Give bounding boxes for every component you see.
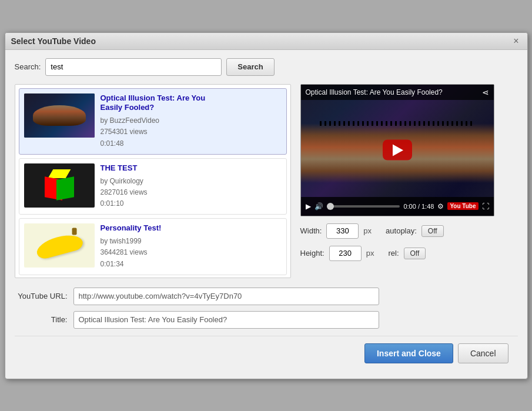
search-input[interactable] [45, 58, 222, 76]
result-views: 2754301 views [101, 126, 282, 138]
settings-row-1: Width: px autoplay: Off [300, 223, 518, 239]
width-input[interactable] [326, 223, 359, 239]
url-section: YouTube URL: Title: [15, 288, 518, 329]
rel-label: rel: [388, 249, 399, 258]
result-info: Personality Test! by twish1999 3644281 v… [101, 223, 282, 269]
settings-icon[interactable]: ⚙ [437, 202, 444, 210]
autoplay-toggle[interactable]: Off [421, 225, 444, 237]
video-controls: ▶ 🔊 0:00 / 1:48 ⚙ You Tube ⛶ [301, 197, 494, 216]
main-content: Optical Illusion Test: Are YouEasily Foo… [15, 84, 518, 278]
search-label: Search: [15, 62, 41, 71]
title-field-row: Title: [15, 311, 518, 329]
height-input[interactable] [329, 246, 362, 261]
result-author: by twish1999 [101, 236, 282, 247]
result-duration: 0:01:10 [101, 198, 282, 209]
time-display: 0:00 / 1:48 [403, 203, 434, 210]
play-triangle-icon [393, 144, 403, 156]
url-label: YouTube URL: [15, 292, 68, 300]
width-label: Width: [300, 226, 322, 235]
rel-setting: rel: Off [388, 248, 426, 259]
settings-row-2: Height: px rel: Off [300, 246, 518, 261]
dialog-footer: Insert and Close Cancel [15, 336, 518, 370]
autoplay-label: autoplay: [386, 226, 417, 235]
result-thumbnail [24, 223, 95, 268]
cancel-button[interactable]: Cancel [458, 343, 508, 363]
insert-and-close-button[interactable]: Insert and Close [364, 343, 453, 363]
results-panel: Optical Illusion Test: Are YouEasily Foo… [15, 84, 291, 278]
height-label: Height: [300, 249, 324, 258]
video-lashes-bg [320, 121, 474, 126]
search-button[interactable]: Search [226, 58, 274, 76]
result-info: Optical Illusion Test: Are YouEasily Foo… [101, 93, 282, 149]
result-author: by BuzzFeedVideo [101, 115, 282, 126]
result-title-link[interactable]: Optical Illusion Test: Are YouEasily Foo… [101, 93, 282, 113]
title-input[interactable] [73, 311, 379, 329]
result-duration: 0:01:34 [101, 259, 282, 270]
title-label: Title: [15, 315, 68, 324]
result-views: 2827016 views [101, 187, 282, 198]
video-title-text: Optical Illusion Test: Are You Easily Fo… [306, 88, 443, 96]
url-field-row: YouTube URL: [15, 288, 518, 305]
dialog-title: Select YouTube Video [11, 36, 96, 46]
thumb-eyes-image [24, 93, 95, 138]
thumb-banana-image [24, 223, 95, 268]
select-youtube-dialog: Select YouTube Video × Search: Search [5, 32, 528, 379]
search-row: Search: Search [15, 58, 518, 76]
progress-bar[interactable] [327, 205, 400, 208]
dialog-titlebar: Select YouTube Video × [5, 33, 527, 50]
result-title-link[interactable]: THE TEST [101, 163, 282, 173]
result-thumbnail [24, 93, 95, 138]
height-setting: Height: px [300, 246, 374, 261]
volume-button[interactable]: 🔊 [314, 202, 323, 210]
rel-toggle[interactable]: Off [404, 248, 426, 259]
cube-decoration [42, 169, 77, 202]
close-button[interactable]: × [511, 36, 521, 46]
thumb-cube-image [24, 163, 95, 208]
result-title-link[interactable]: Personality Test! [101, 223, 282, 233]
height-unit: px [366, 249, 374, 258]
autoplay-setting: autoplay: Off [386, 225, 444, 237]
url-input[interactable] [73, 288, 379, 305]
result-item[interactable]: Optical Illusion Test: Are YouEasily Foo… [19, 88, 287, 155]
video-play-button[interactable] [383, 140, 412, 161]
width-unit: px [363, 226, 372, 235]
preview-panel: Optical Illusion Test: Are You Easily Fo… [300, 84, 518, 278]
width-setting: Width: px [300, 223, 372, 239]
result-thumbnail [24, 163, 95, 208]
result-author: by Quirkology [101, 176, 282, 187]
results-list: Optical Illusion Test: Are YouEasily Foo… [15, 85, 290, 278]
fullscreen-button[interactable]: ⛶ [482, 202, 489, 210]
play-pause-button[interactable]: ▶ [306, 202, 311, 210]
video-preview: Optical Illusion Test: Are You Easily Fo… [300, 84, 494, 216]
result-item[interactable]: Personality Test! by twish1999 3644281 v… [19, 218, 287, 275]
result-duration: 0:01:48 [101, 138, 282, 149]
result-item[interactable]: THE TEST by Quirkology 2827016 views 0:0… [19, 158, 287, 215]
result-views: 3644281 views [101, 247, 282, 258]
share-icon[interactable]: ⋖ [482, 88, 489, 97]
youtube-logo: You Tube [447, 202, 478, 210]
banana-decoration [34, 231, 84, 260]
dialog-body: Search: Search Optical Illusion Test: Ar… [5, 50, 527, 379]
result-info: THE TEST by Quirkology 2827016 views 0:0… [101, 163, 282, 209]
video-title-bar: Optical Illusion Test: Are You Easily Fo… [301, 85, 494, 100]
progress-dot [327, 203, 334, 210]
